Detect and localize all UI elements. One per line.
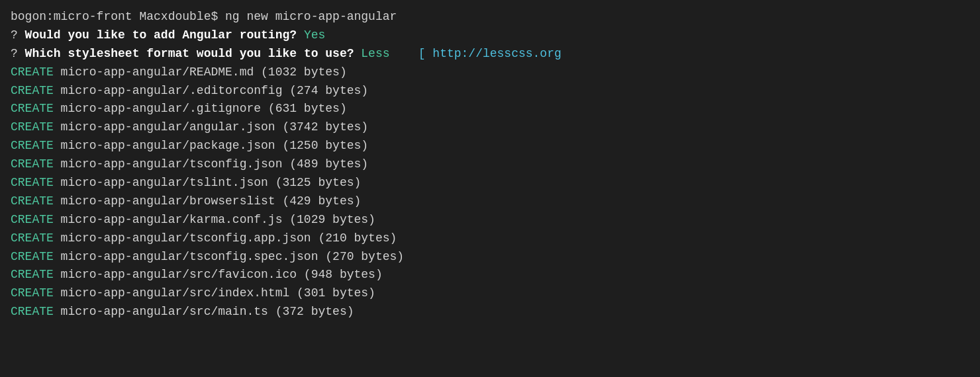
create-keyword: CREATE [11, 63, 54, 82]
create-line: CREATE micro-app-angular/src/main.ts (37… [11, 303, 969, 321]
create-lines-container: CREATE micro-app-angular/README.md (1032… [11, 63, 969, 321]
create-line: CREATE micro-app-angular/browserslist (4… [11, 192, 969, 211]
create-rest: micro-app-angular/package.json (1250 byt… [54, 137, 368, 155]
create-rest: micro-app-angular/tsconfig.json (489 byt… [54, 155, 368, 174]
create-keyword: CREATE [11, 266, 54, 284]
create-keyword: CREATE [11, 303, 54, 321]
create-keyword: CREATE [11, 118, 54, 137]
create-rest: micro-app-angular/browserslist (429 byte… [54, 192, 361, 211]
create-keyword: CREATE [11, 192, 54, 211]
question1-line: ? Would you like to add Angular routing?… [11, 26, 969, 45]
create-line: CREATE micro-app-angular/.gitignore (631… [11, 100, 969, 118]
create-line: CREATE micro-app-angular/tsconfig.app.js… [11, 230, 969, 248]
create-rest: micro-app-angular/angular.json (3742 byt… [54, 118, 368, 137]
question2-url: [ http://lesscss.org [390, 45, 562, 63]
prompt-text: bogon:micro-front Macxdouble$ ng new mic… [11, 8, 397, 26]
question1-answer: Yes [297, 26, 325, 45]
create-keyword: CREATE [11, 230, 54, 248]
create-keyword: CREATE [11, 174, 54, 192]
create-keyword: CREATE [11, 248, 54, 267]
question2-line: ? Which stylesheet format would you like… [11, 45, 969, 63]
create-keyword: CREATE [11, 155, 54, 174]
create-keyword: CREATE [11, 100, 54, 118]
create-rest: micro-app-angular/karma.conf.js (1029 by… [54, 211, 375, 230]
question1-text: Would you like to add Angular routing? [25, 26, 297, 45]
create-line: CREATE micro-app-angular/karma.conf.js (… [11, 211, 969, 230]
question2-answer: Less [354, 45, 390, 63]
create-line: CREATE micro-app-angular/tsconfig.json (… [11, 155, 969, 174]
create-rest: micro-app-angular/tslint.json (3125 byte… [54, 174, 361, 192]
create-line: CREATE micro-app-angular/src/index.html … [11, 284, 969, 303]
create-keyword: CREATE [11, 82, 54, 101]
question2-prefix: ? [11, 45, 25, 63]
create-line: CREATE micro-app-angular/.editorconfig (… [11, 82, 969, 101]
create-line: CREATE micro-app-angular/README.md (1032… [11, 63, 969, 82]
create-rest: micro-app-angular/src/favicon.ico (948 b… [54, 266, 383, 284]
create-line: CREATE micro-app-angular/angular.json (3… [11, 118, 969, 137]
question2-text: Which stylesheet format would you like t… [25, 45, 354, 63]
create-line: CREATE micro-app-angular/tsconfig.spec.j… [11, 248, 969, 267]
create-rest: micro-app-angular/.editorconfig (274 byt… [54, 82, 368, 101]
create-rest: micro-app-angular/src/main.ts (372 bytes… [54, 303, 354, 321]
create-line: CREATE micro-app-angular/package.json (1… [11, 137, 969, 155]
create-keyword: CREATE [11, 211, 54, 230]
create-rest: micro-app-angular/src/index.html (301 by… [54, 284, 375, 303]
question1-prefix: ? [11, 26, 25, 45]
create-line: CREATE micro-app-angular/tslint.json (31… [11, 174, 969, 192]
create-rest: micro-app-angular/tsconfig.spec.json (27… [54, 248, 404, 267]
create-line: CREATE micro-app-angular/src/favicon.ico… [11, 266, 969, 284]
create-rest: micro-app-angular/.gitignore (631 bytes) [54, 100, 347, 118]
create-rest: micro-app-angular/tsconfig.app.json (210… [54, 230, 397, 248]
create-keyword: CREATE [11, 137, 54, 155]
create-keyword: CREATE [11, 284, 54, 303]
prompt-line: bogon:micro-front Macxdouble$ ng new mic… [11, 8, 969, 26]
create-rest: micro-app-angular/README.md (1032 bytes) [54, 63, 347, 82]
